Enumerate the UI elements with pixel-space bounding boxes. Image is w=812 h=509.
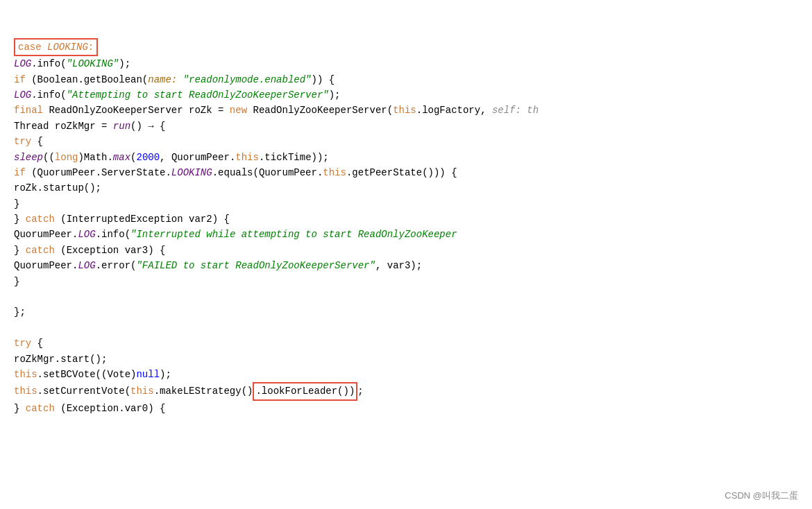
code-line: this.setBCVote((Vote)null); [0,367,812,382]
code-line: roZkMgr.start(); [0,352,812,367]
code-line: QuorumPeer.LOG.error("FAILED to start Re… [0,258,812,273]
code-line: QuorumPeer.LOG.info("Interrupted while a… [0,227,812,242]
code-viewer: case LOOKING: LOG.info("LOOKING");if (Bo… [0,0,812,509]
code-line: } [0,274,812,289]
code-line: try { [0,336,812,351]
code-line [0,320,812,336]
look-for-leader-highlight: .lookForLeader()) [253,382,357,400]
code-line: } [0,196,812,212]
code-content: case LOOKING: LOG.info("LOOKING");if (Bo… [0,0,812,423]
code-line: try { [0,134,812,149]
code-line: this.setCurrentVote(this.makeLEStrategy(… [0,382,812,400]
code-line: case LOOKING: [0,38,812,56]
code-line: LOG.info("Attempting to start ReadOnlyZo… [0,87,812,103]
code-line: LOG.info("LOOKING"); [0,56,812,71]
code-line [0,289,812,304]
code-line: sleep((long)Math.max(2000, QuorumPeer.th… [0,150,812,165]
code-line: } catch (InterruptedException var2) { [0,212,812,227]
case-highlight-box: case LOOKING: [14,38,98,56]
code-line: Thread roZkMgr = run() → { [0,119,812,134]
code-line: if (QuorumPeer.ServerState.LOOKING.equal… [0,165,812,180]
code-line: }; [0,304,812,320]
code-line: if (Boolean.getBoolean(name: "readonlymo… [0,72,812,87]
code-line: } catch (Exception var3) { [0,243,812,258]
watermark-text: CSDN @叫我二蛋 [725,490,798,502]
code-line: final ReadOnlyZooKeeperServer roZk = new… [0,103,812,118]
code-line: roZk.startup(); [0,180,812,196]
code-line: } catch (Exception.var0) { [0,401,812,416]
